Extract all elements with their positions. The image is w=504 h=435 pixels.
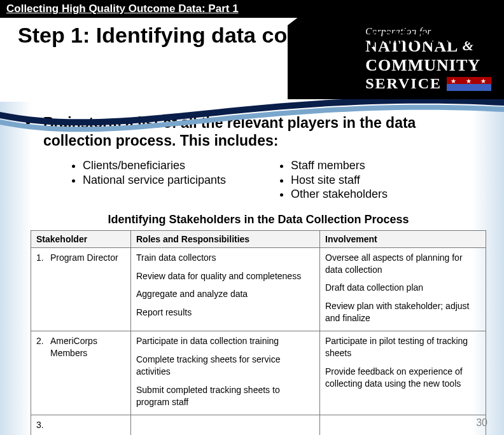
page-number: 30 bbox=[476, 417, 487, 429]
list-item: National service participants bbox=[83, 173, 272, 188]
list-item: Other stakeholders bbox=[291, 187, 480, 202]
table-row: 2.AmeriCorps Members Participate in data… bbox=[31, 331, 486, 415]
logo-community: COMMUNITY bbox=[365, 56, 491, 75]
cell-involvement: Participate in pilot testing of tracking… bbox=[320, 331, 486, 415]
cell-involvement bbox=[320, 415, 486, 435]
logo-flag-stars-icon bbox=[447, 77, 491, 91]
table-area: Identifying Stakeholders in the Data Col… bbox=[31, 213, 486, 435]
content-area: •Brainstorm a list of all the relevant p… bbox=[0, 114, 504, 435]
right-column: Staff members Host site staff Other stak… bbox=[272, 158, 480, 202]
col-header-involvement: Involvement bbox=[320, 230, 486, 247]
cell-involvement: Oversee all aspects of planning for data… bbox=[320, 247, 486, 331]
col-header-stakeholder: Stakeholder bbox=[31, 230, 131, 247]
cell-stakeholder: 1.Program Director bbox=[31, 247, 131, 331]
cell-roles: Participate in data collection training … bbox=[131, 331, 320, 415]
header-area: Step 1: Identifying data collection part… bbox=[0, 20, 504, 128]
col-header-roles: Roles and Responsibilities bbox=[131, 230, 320, 247]
cell-roles bbox=[131, 415, 320, 435]
table-row: 1.Program Director Train data collectors… bbox=[31, 247, 486, 331]
table-title: Identifying Stakeholders in the Data Col… bbox=[31, 213, 486, 226]
left-column: Clients/beneficiaries National service p… bbox=[64, 158, 272, 202]
cell-roles: Train data collectors Review data for qu… bbox=[131, 247, 320, 331]
table-row: 3. bbox=[31, 415, 486, 435]
bullet-columns: Clients/beneficiaries National service p… bbox=[64, 158, 480, 202]
logo-service: SERVICE bbox=[365, 75, 442, 92]
list-item: Clients/beneficiaries bbox=[83, 158, 272, 173]
list-item: Staff members bbox=[291, 158, 480, 173]
cell-stakeholder: 3. bbox=[31, 415, 131, 435]
stakeholder-table: Stakeholder Roles and Responsibilities I… bbox=[31, 230, 486, 435]
page-title: Step 1: Identifying data collection part… bbox=[18, 24, 491, 47]
table-header-row: Stakeholder Roles and Responsibilities I… bbox=[31, 230, 486, 247]
cell-stakeholder: 2.AmeriCorps Members bbox=[31, 331, 131, 415]
list-item: Host site staff bbox=[291, 173, 480, 188]
